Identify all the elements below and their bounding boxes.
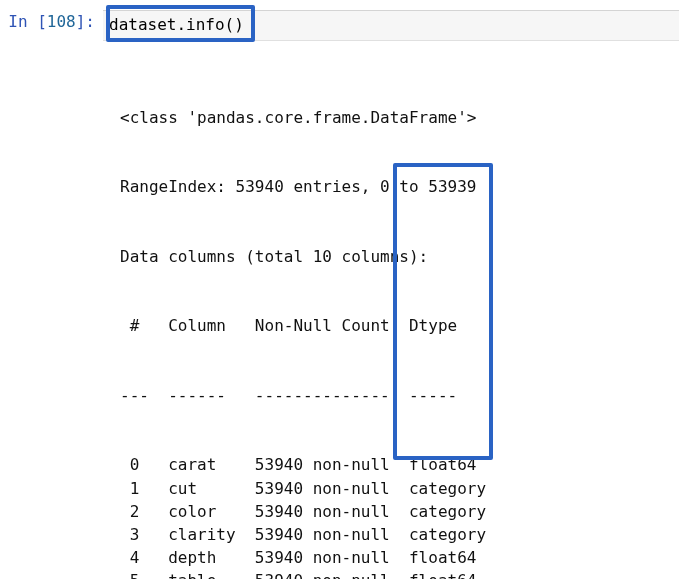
input-prompt: In [108]: [0, 10, 103, 33]
prompt-close: ]: [76, 12, 95, 31]
prompt-number: 108 [47, 12, 76, 31]
code-input-area[interactable]: dataset.info() [103, 10, 679, 41]
out-column-row: 5 table 53940 non-null float64 [120, 569, 691, 579]
out-column-row: 2 color 53940 non-null category [120, 500, 691, 523]
notebook-cell: In [108]: dataset.info() [0, 0, 691, 41]
code-text: dataset.info() [109, 13, 244, 36]
out-column-row: 0 carat 53940 non-null float64 [120, 453, 691, 476]
out-header-line: # Column Non-Null Count Dtype [120, 314, 691, 337]
out-cols-line: Data columns (total 10 columns): [120, 245, 691, 268]
output-area: <class 'pandas.core.frame.DataFrame'> Ra… [0, 41, 691, 579]
out-column-row: 4 depth 53940 non-null float64 [120, 546, 691, 569]
prompt-open: In [ [8, 12, 47, 31]
out-column-row: 1 cut 53940 non-null category [120, 477, 691, 500]
out-range-line: RangeIndex: 53940 entries, 0 to 53939 [120, 175, 691, 198]
output-text: <class 'pandas.core.frame.DataFrame'> Ra… [120, 59, 691, 579]
out-column-row: 3 clarity 53940 non-null category [120, 523, 691, 546]
out-divider-line: --- ------ -------------- ----- [120, 384, 691, 407]
out-class-line: <class 'pandas.core.frame.DataFrame'> [120, 106, 691, 129]
